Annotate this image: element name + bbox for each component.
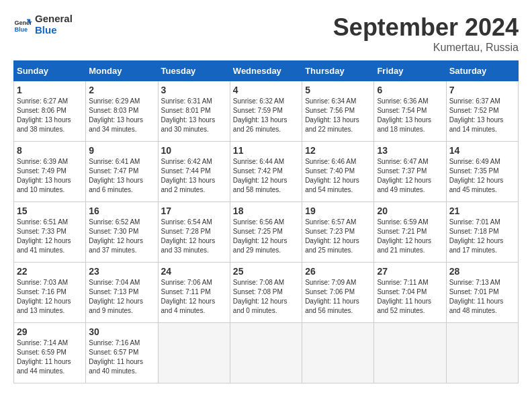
calendar-cell: 24Sunrise: 7:06 AM Sunset: 7:11 PM Dayli… [158, 263, 230, 323]
day-info: Sunrise: 6:36 AM Sunset: 7:54 PM Dayligh… [377, 97, 443, 134]
day-number: 30 [89, 326, 154, 337]
calendar-cell: 25Sunrise: 7:08 AM Sunset: 7:08 PM Dayli… [230, 263, 302, 323]
weekday-header-thursday: Thursday [302, 61, 374, 81]
weekday-header-sunday: Sunday [14, 61, 86, 81]
day-number: 26 [305, 266, 371, 277]
day-number: 11 [233, 145, 299, 156]
calendar-cell [230, 323, 302, 383]
day-info: Sunrise: 7:11 AM Sunset: 7:04 PM Dayligh… [377, 278, 443, 316]
calendar-cell [158, 323, 230, 383]
day-info: Sunrise: 6:31 AM Sunset: 8:01 PM Dayligh… [161, 97, 227, 134]
day-number: 3 [161, 85, 227, 95]
day-number: 23 [89, 266, 154, 277]
day-number: 25 [233, 266, 299, 277]
day-info: Sunrise: 6:51 AM Sunset: 7:33 PM Dayligh… [17, 218, 83, 255]
day-info: Sunrise: 6:49 AM Sunset: 7:35 PM Dayligh… [449, 157, 515, 195]
day-info: Sunrise: 7:04 AM Sunset: 7:13 PM Dayligh… [89, 278, 154, 316]
calendar-cell: 27Sunrise: 7:11 AM Sunset: 7:04 PM Dayli… [374, 263, 446, 323]
calendar-cell: 22Sunrise: 7:03 AM Sunset: 7:16 PM Dayli… [14, 263, 86, 323]
calendar-cell: 26Sunrise: 7:09 AM Sunset: 7:06 PM Dayli… [302, 263, 374, 323]
day-info: Sunrise: 7:16 AM Sunset: 6:57 PM Dayligh… [89, 338, 154, 376]
calendar-cell: 21Sunrise: 7:01 AM Sunset: 7:18 PM Dayli… [446, 202, 518, 263]
calendar-table: SundayMondayTuesdayWednesdayThursdayFrid… [13, 60, 519, 383]
day-info: Sunrise: 6:32 AM Sunset: 7:59 PM Dayligh… [233, 97, 299, 134]
day-number: 7 [449, 85, 515, 95]
day-info: Sunrise: 7:08 AM Sunset: 7:08 PM Dayligh… [233, 278, 299, 316]
calendar-cell: 4Sunrise: 6:32 AM Sunset: 7:59 PM Daylig… [230, 81, 302, 142]
weekday-header-monday: Monday [86, 61, 158, 81]
location: Kumertau, Russia [333, 42, 519, 54]
day-info: Sunrise: 7:09 AM Sunset: 7:06 PM Dayligh… [305, 278, 371, 316]
weekday-header-wednesday: Wednesday [230, 61, 302, 81]
day-info: Sunrise: 6:57 AM Sunset: 7:23 PM Dayligh… [305, 218, 371, 255]
calendar-cell: 3Sunrise: 6:31 AM Sunset: 8:01 PM Daylig… [158, 81, 230, 142]
weekday-header-tuesday: Tuesday [158, 61, 230, 81]
calendar-cell [446, 323, 518, 383]
day-info: Sunrise: 7:13 AM Sunset: 7:01 PM Dayligh… [449, 278, 515, 316]
day-number: 24 [161, 266, 227, 277]
calendar-cell [302, 323, 374, 383]
day-info: Sunrise: 6:54 AM Sunset: 7:28 PM Dayligh… [161, 218, 227, 255]
day-number: 15 [17, 205, 83, 216]
day-info: Sunrise: 6:39 AM Sunset: 7:49 PM Dayligh… [17, 157, 83, 195]
title-area: September 2024 Kumertau, Russia [333, 13, 519, 54]
logo: General Blue General Blue [13, 13, 73, 36]
calendar-cell: 19Sunrise: 6:57 AM Sunset: 7:23 PM Dayli… [302, 202, 374, 263]
day-number: 13 [377, 145, 443, 156]
calendar-cell: 13Sunrise: 6:47 AM Sunset: 7:37 PM Dayli… [374, 142, 446, 202]
calendar-cell: 7Sunrise: 6:37 AM Sunset: 7:52 PM Daylig… [446, 81, 518, 142]
day-number: 16 [89, 205, 154, 216]
header: General Blue General Blue September 2024… [13, 13, 519, 54]
calendar-cell: 14Sunrise: 6:49 AM Sunset: 7:35 PM Dayli… [446, 142, 518, 202]
day-info: Sunrise: 6:42 AM Sunset: 7:44 PM Dayligh… [161, 157, 227, 195]
day-info: Sunrise: 6:47 AM Sunset: 7:37 PM Dayligh… [377, 157, 443, 195]
calendar-cell: 23Sunrise: 7:04 AM Sunset: 7:13 PM Dayli… [86, 263, 158, 323]
day-number: 9 [89, 145, 154, 156]
weekday-header-friday: Friday [374, 61, 446, 81]
day-info: Sunrise: 6:59 AM Sunset: 7:21 PM Dayligh… [377, 218, 443, 255]
svg-text:Blue: Blue [14, 26, 28, 32]
calendar-cell: 12Sunrise: 6:46 AM Sunset: 7:40 PM Dayli… [302, 142, 374, 202]
day-info: Sunrise: 6:52 AM Sunset: 7:30 PM Dayligh… [89, 218, 154, 255]
calendar-cell: 1Sunrise: 6:27 AM Sunset: 8:06 PM Daylig… [14, 81, 86, 142]
day-number: 19 [305, 205, 371, 216]
calendar-cell: 18Sunrise: 6:56 AM Sunset: 7:25 PM Dayli… [230, 202, 302, 263]
calendar-cell: 15Sunrise: 6:51 AM Sunset: 7:33 PM Dayli… [14, 202, 86, 263]
day-number: 22 [17, 266, 83, 277]
day-number: 4 [233, 85, 299, 95]
day-info: Sunrise: 6:34 AM Sunset: 7:56 PM Dayligh… [305, 97, 371, 134]
day-number: 18 [233, 205, 299, 216]
day-number: 12 [305, 145, 371, 156]
calendar-cell: 9Sunrise: 6:41 AM Sunset: 7:47 PM Daylig… [86, 142, 158, 202]
day-number: 10 [161, 145, 227, 156]
day-number: 2 [89, 85, 154, 95]
day-number: 21 [449, 205, 515, 216]
day-number: 1 [17, 85, 83, 95]
calendar-cell: 6Sunrise: 6:36 AM Sunset: 7:54 PM Daylig… [374, 81, 446, 142]
calendar-cell: 16Sunrise: 6:52 AM Sunset: 7:30 PM Dayli… [86, 202, 158, 263]
weekday-header-saturday: Saturday [446, 61, 518, 81]
calendar-cell: 30Sunrise: 7:16 AM Sunset: 6:57 PM Dayli… [86, 323, 158, 383]
day-number: 5 [305, 85, 371, 95]
day-number: 28 [449, 266, 515, 277]
calendar-cell [374, 323, 446, 383]
day-number: 6 [377, 85, 443, 95]
calendar-cell: 28Sunrise: 7:13 AM Sunset: 7:01 PM Dayli… [446, 263, 518, 323]
day-number: 20 [377, 205, 443, 216]
calendar-cell: 11Sunrise: 6:44 AM Sunset: 7:42 PM Dayli… [230, 142, 302, 202]
day-info: Sunrise: 7:06 AM Sunset: 7:11 PM Dayligh… [161, 278, 227, 316]
day-number: 8 [17, 145, 83, 156]
calendar-cell: 2Sunrise: 6:29 AM Sunset: 8:03 PM Daylig… [86, 81, 158, 142]
calendar-cell: 10Sunrise: 6:42 AM Sunset: 7:44 PM Dayli… [158, 142, 230, 202]
day-info: Sunrise: 6:46 AM Sunset: 7:40 PM Dayligh… [305, 157, 371, 195]
logo-icon: General Blue [13, 15, 32, 34]
calendar-cell: 17Sunrise: 6:54 AM Sunset: 7:28 PM Dayli… [158, 202, 230, 263]
day-info: Sunrise: 6:29 AM Sunset: 8:03 PM Dayligh… [89, 97, 154, 134]
day-number: 27 [377, 266, 443, 277]
day-number: 17 [161, 205, 227, 216]
calendar-cell: 20Sunrise: 6:59 AM Sunset: 7:21 PM Dayli… [374, 202, 446, 263]
day-number: 29 [17, 326, 83, 337]
day-info: Sunrise: 6:37 AM Sunset: 7:52 PM Dayligh… [449, 97, 515, 134]
day-info: Sunrise: 7:01 AM Sunset: 7:18 PM Dayligh… [449, 218, 515, 255]
calendar-cell: 8Sunrise: 6:39 AM Sunset: 7:49 PM Daylig… [14, 142, 86, 202]
